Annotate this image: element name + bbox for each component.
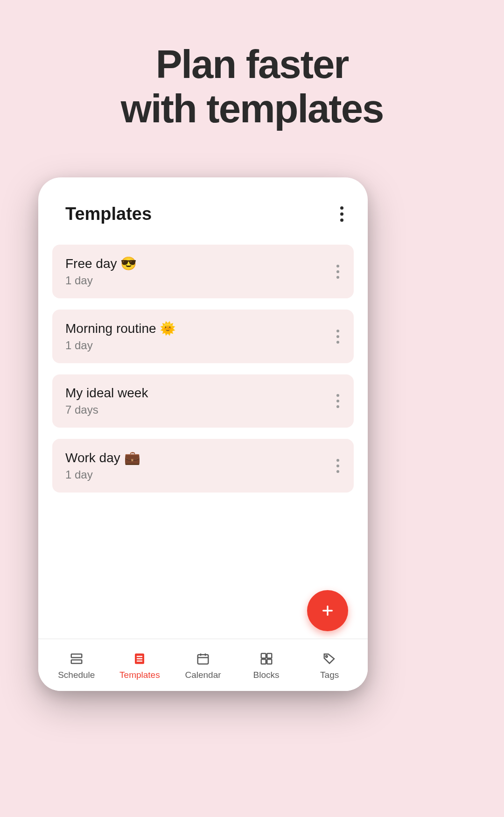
more-vertical-icon [336,330,339,344]
template-card-text: Free day 😎 1 day [65,256,137,287]
bottom-nav: Schedule Templates [38,639,368,691]
app-screen: Templates Free day 😎 1 day Morning ro [38,177,368,691]
template-subtitle: 7 days [65,403,148,416]
schedule-icon [68,650,85,667]
template-card-text: My ideal week 7 days [65,386,148,416]
svg-rect-14 [261,659,266,664]
more-vertical-icon [336,394,339,408]
more-vertical-icon [336,265,339,279]
svg-rect-13 [267,653,272,658]
headline-line1: Plan faster [0,42,504,86]
header-menu-button[interactable] [334,203,349,225]
template-card[interactable]: Free day 😎 1 day [52,245,354,298]
nav-label: Calendar [185,670,221,680]
nav-label: Templates [119,670,160,680]
more-vertical-icon [340,206,343,222]
template-card[interactable]: Morning routine 🌞 1 day [52,310,354,363]
nav-item-blocks[interactable]: Blocks [235,650,298,680]
nav-item-templates[interactable]: Templates [108,650,172,680]
template-title: Work day 💼 [65,450,140,465]
svg-rect-2 [71,654,82,658]
nav-label: Schedule [58,670,95,680]
nav-label: Blocks [253,670,280,680]
template-card-text: Morning routine 🌞 1 day [65,321,176,352]
headline-line2: with templates [0,86,504,131]
more-vertical-icon [336,459,339,473]
template-menu-button[interactable] [330,326,345,347]
screen-header: Templates [38,177,368,234]
promo-headline: Plan faster with templates [0,0,504,131]
svg-point-16 [326,655,328,657]
nav-item-tags[interactable]: Tags [298,650,361,680]
add-template-button[interactable] [307,590,348,631]
plus-icon [320,603,335,618]
template-subtitle: 1 day [65,339,176,352]
blocks-icon [258,650,275,667]
template-card-text: Work day 💼 1 day [65,450,140,481]
tags-icon [321,650,338,667]
calendar-icon [195,650,211,667]
nav-item-calendar[interactable]: Calendar [171,650,235,680]
templates-list: Free day 😎 1 day Morning routine 🌞 1 day [38,234,368,493]
template-title: Free day 😎 [65,256,137,271]
nav-item-schedule[interactable]: Schedule [45,650,108,680]
nav-label: Tags [320,670,339,680]
template-menu-button[interactable] [330,261,345,282]
templates-icon [131,650,148,667]
template-menu-button[interactable] [330,456,345,476]
template-title: Morning routine 🌞 [65,321,176,336]
template-card[interactable]: My ideal week 7 days [52,374,354,428]
page-title: Templates [65,204,152,224]
template-subtitle: 1 day [65,468,140,481]
phone-frame: Templates Free day 😎 1 day Morning ro [38,177,368,691]
svg-rect-3 [71,660,82,663]
template-subtitle: 1 day [65,274,137,287]
svg-rect-15 [267,659,272,664]
template-title: My ideal week [65,386,148,401]
template-menu-button[interactable] [330,391,345,411]
template-card[interactable]: Work day 💼 1 day [52,439,354,493]
svg-rect-12 [261,653,266,658]
svg-rect-8 [198,655,209,664]
